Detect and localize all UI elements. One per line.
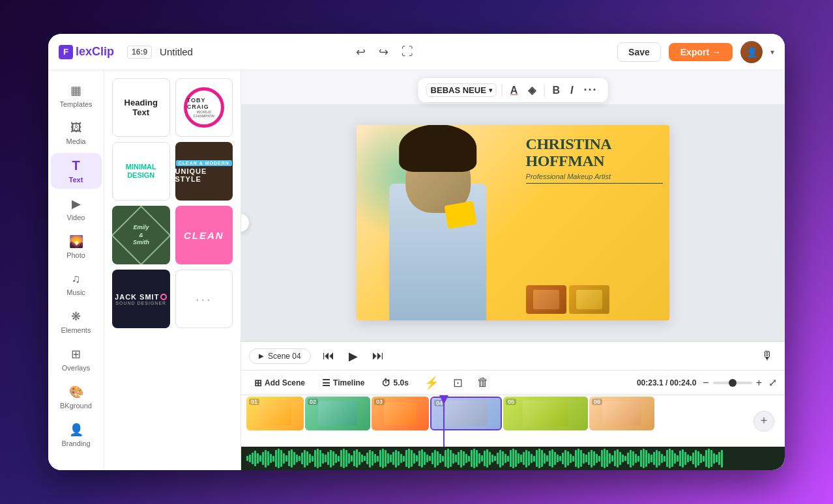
ratio-badge: 16:9 bbox=[127, 46, 152, 59]
sidebar-item-overlays[interactable]: ⊞ Overlays bbox=[51, 342, 102, 377]
skip-forward-button[interactable]: ⏭ bbox=[368, 346, 388, 365]
person-hair bbox=[399, 125, 477, 172]
duplicate-button[interactable]: ⊡ bbox=[449, 373, 467, 393]
redo-button[interactable]: ↪ bbox=[375, 42, 392, 62]
clip-6-preview bbox=[602, 401, 641, 426]
sidebar-item-media[interactable]: 🖼 Media bbox=[51, 116, 102, 150]
microphone-button[interactable]: 🎙 bbox=[757, 346, 777, 365]
italic-button[interactable]: I bbox=[568, 83, 576, 98]
more-options-button[interactable]: ··· bbox=[581, 82, 600, 98]
duration-button[interactable]: ⏱ 5.0s bbox=[376, 375, 413, 391]
template-card-unique[interactable]: CLEAN & MODERN UNIQUE STYLE bbox=[175, 142, 233, 201]
timeline-clips-container: 01 02 03 bbox=[241, 395, 785, 447]
user-avatar[interactable]: 👤 bbox=[740, 41, 763, 63]
skip-back-button[interactable]: ⏮ bbox=[319, 346, 338, 365]
fullscreen-button[interactable]: ⛶ bbox=[398, 42, 417, 61]
clip-5[interactable]: 05 bbox=[503, 397, 588, 430]
logo: F lexClip bbox=[59, 45, 114, 59]
add-scene-button[interactable]: ⊞ Add Scene bbox=[249, 375, 310, 391]
collapse-panel-button[interactable]: ‹ bbox=[241, 214, 249, 232]
time-separator: / bbox=[665, 378, 670, 387]
sidebar-item-elements[interactable]: ❋ Elements bbox=[51, 304, 102, 339]
music-icon: ♫ bbox=[72, 272, 81, 286]
clip-2-number: 02 bbox=[308, 399, 318, 405]
canvas-person bbox=[357, 125, 519, 320]
undo-button[interactable]: ↩ bbox=[352, 42, 370, 62]
bold-button[interactable]: B bbox=[549, 83, 563, 98]
sidebar-item-templates[interactable]: ▦ Templates bbox=[51, 78, 102, 113]
time-current: 00:23.1 bbox=[637, 378, 664, 387]
duration-label: 5.0s bbox=[393, 378, 408, 387]
text-icon: T bbox=[72, 158, 80, 173]
topbar-actions: ↩ ↪ ⛶ bbox=[352, 42, 417, 62]
emily-text: Emily&Smith bbox=[133, 223, 149, 246]
topbar: F lexClip 16:9 Untitled ↩ ↪ ⛶ Save Expor… bbox=[48, 34, 785, 70]
media-icon: 🖼 bbox=[70, 121, 82, 135]
font-selector[interactable]: BEBAS NEUE ▾ bbox=[426, 83, 497, 97]
canvas-preview[interactable]: CHRISTINAHOFFMAN Professional Makeup Art… bbox=[357, 125, 669, 320]
timeline-button[interactable]: ☰ Timeline bbox=[317, 375, 370, 391]
zoom-in-button[interactable]: + bbox=[756, 377, 762, 389]
elements-icon: ❋ bbox=[71, 309, 81, 324]
template-card-toby[interactable]: TOBY CRAIG WORLD CHAMPION bbox=[175, 78, 233, 137]
clip-3[interactable]: 03 bbox=[372, 397, 429, 430]
clip-5-number: 05 bbox=[506, 399, 516, 405]
split-button[interactable]: ⚡ bbox=[420, 373, 443, 393]
template-card-jack[interactable]: JACK SMIT SOUND DESIGNER bbox=[112, 270, 170, 328]
time-total: 00:24.0 bbox=[670, 378, 697, 387]
play-controls: ⏮ ▶ ⏭ bbox=[319, 346, 388, 366]
sidebar-item-branding[interactable]: 👤 Branding bbox=[51, 417, 102, 453]
clip-6[interactable]: 06 bbox=[589, 397, 654, 430]
text-toolbar: BEBAS NEUE ▾ A ◈ B I ··· bbox=[418, 78, 608, 102]
clip-3-preview bbox=[384, 402, 416, 425]
canvas-text-overlay: CHRISTINAHOFFMAN Professional Makeup Art… bbox=[519, 125, 669, 320]
canvas-thumb-2 bbox=[569, 285, 609, 314]
template-grid: Heading Text TOBY CRAIG WORLD CHAMPION M… bbox=[104, 70, 241, 336]
play-pause-button[interactable]: ▶ bbox=[345, 346, 362, 366]
add-clip-button[interactable]: + bbox=[753, 411, 774, 432]
zoom-slider-handle[interactable] bbox=[729, 379, 737, 387]
export-button[interactable]: Export → bbox=[669, 43, 733, 61]
unique-badge: CLEAN & MODERN bbox=[176, 160, 232, 166]
template-card-minimal[interactable]: MINIMALDESIGN bbox=[112, 142, 170, 201]
clip-2[interactable]: 02 bbox=[305, 397, 370, 430]
playhead[interactable] bbox=[443, 395, 445, 447]
toby-subtitle: WORLD CHAMPION bbox=[187, 110, 221, 118]
playback-bar: ▶ Scene 04 ⏮ ▶ ⏭ 🎙 bbox=[241, 341, 785, 370]
delete-button[interactable]: 🗑 bbox=[473, 373, 493, 392]
template-card-clean[interactable]: CLEAN bbox=[175, 206, 233, 264]
timeline-icon: ☰ bbox=[322, 378, 330, 388]
sidebar-item-music[interactable]: ♫ Music bbox=[51, 267, 102, 301]
emily-diamond: Emily&Smith bbox=[112, 206, 170, 264]
font-color-button[interactable]: A bbox=[508, 83, 521, 98]
fit-to-screen-button[interactable]: ⤢ bbox=[768, 376, 777, 389]
template-card-heading[interactable]: Heading Text bbox=[112, 78, 170, 137]
zoom-out-button[interactable]: − bbox=[703, 377, 709, 389]
main-area: ▦ Templates 🖼 Media T Text ▶ Video 🌄 Pho… bbox=[48, 70, 785, 470]
timeline-clips: 01 02 03 bbox=[241, 395, 785, 432]
zoom-slider[interactable] bbox=[713, 382, 752, 384]
template-card-more[interactable]: ··· bbox=[175, 270, 233, 328]
templates-icon: ▦ bbox=[70, 83, 81, 98]
clip-1[interactable]: 01 bbox=[246, 397, 304, 430]
template-card-emily[interactable]: Emily&Smith bbox=[112, 206, 170, 264]
font-name: BEBAS NEUE bbox=[431, 85, 486, 95]
account-chevron-icon[interactable]: ▾ bbox=[770, 48, 774, 57]
export-label: Export → bbox=[680, 47, 721, 57]
canvas-image-thumbnails bbox=[526, 285, 663, 314]
minimal-text: MINIMALDESIGN bbox=[126, 163, 156, 180]
save-button[interactable]: Save bbox=[617, 42, 661, 62]
sidebar-item-photo[interactable]: 🌄 Photo bbox=[51, 229, 102, 264]
sidebar-item-video[interactable]: ▶ Video bbox=[51, 191, 102, 227]
highlight-button[interactable]: ◈ bbox=[525, 83, 538, 98]
person-accessory bbox=[444, 201, 476, 229]
audio-waveform bbox=[241, 447, 785, 470]
toolbar-divider-1 bbox=[502, 84, 503, 97]
clip-2-preview bbox=[318, 401, 357, 426]
timeline-controls: ⊞ Add Scene ☰ Timeline ⏱ 5.0s ⚡ ⊡ 🗑 00:2… bbox=[241, 370, 785, 395]
clip-4[interactable]: 04 bbox=[430, 397, 502, 430]
sidebar-item-text[interactable]: T Text bbox=[51, 153, 102, 189]
sidebar-item-bkground[interactable]: 🎨 BKground bbox=[51, 380, 102, 415]
project-title[interactable]: Untitled bbox=[160, 46, 344, 57]
add-icon: ⊞ bbox=[254, 378, 262, 388]
